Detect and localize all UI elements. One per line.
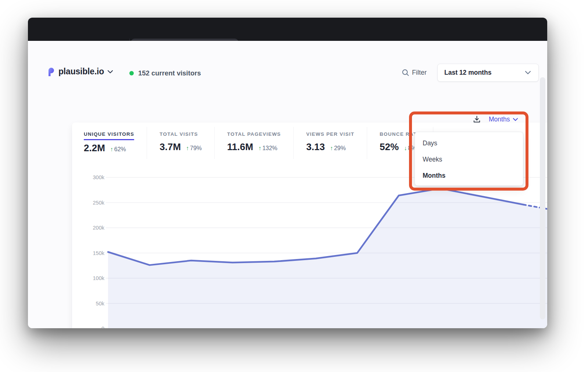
stat-value: 11.6M bbox=[227, 141, 253, 153]
trend-up-icon bbox=[110, 146, 113, 152]
stat-label: VIEWS PER VISIT bbox=[306, 131, 354, 139]
site-picker[interactable]: plausible.io bbox=[47, 67, 113, 77]
stat-value: 3.7M bbox=[159, 141, 181, 153]
svg-text:0: 0 bbox=[101, 326, 104, 328]
live-visitors[interactable]: 152 current visitors bbox=[129, 69, 201, 77]
live-dot-icon bbox=[129, 71, 134, 75]
search-icon bbox=[402, 69, 409, 77]
stat-change: 29% bbox=[330, 145, 346, 152]
date-range-select[interactable]: Last 12 months bbox=[437, 64, 539, 82]
site-name: plausible.io bbox=[58, 67, 104, 77]
svg-text:50k: 50k bbox=[96, 301, 105, 307]
trend-up-icon bbox=[330, 145, 333, 151]
interval-dropdown-menu: Days Weeks Months bbox=[415, 132, 523, 186]
stat-change: 132% bbox=[258, 145, 277, 152]
stat-views-per-visit[interactable]: VIEWS PER VISIT 3.13 29% bbox=[306, 127, 367, 159]
plausible-logo-icon bbox=[47, 67, 55, 77]
chevron-down-icon bbox=[513, 118, 518, 121]
stat-label: TOTAL PAGEVIEWS bbox=[227, 131, 281, 139]
stat-change: 62% bbox=[110, 146, 126, 153]
filter-button[interactable]: Filter bbox=[402, 69, 427, 77]
menu-item-months[interactable]: Months bbox=[415, 167, 523, 184]
filter-label: Filter bbox=[412, 69, 427, 77]
chevron-down-icon bbox=[107, 70, 113, 74]
menu-item-weeks[interactable]: Weeks bbox=[415, 151, 523, 167]
stat-unique-visitors[interactable]: UNIQUE VISITORS 2.2M 62% bbox=[84, 127, 147, 159]
live-visitors-count: 152 current visitors bbox=[138, 69, 201, 77]
stat-label: UNIQUE VISITORS bbox=[84, 131, 134, 140]
interval-selected: Months bbox=[489, 116, 510, 123]
stat-total-visits[interactable]: TOTAL VISITS 3.7M 79% bbox=[159, 127, 215, 159]
scrollbar-thumb[interactable] bbox=[540, 77, 545, 319]
stat-value: 2.2M bbox=[84, 142, 105, 154]
stat-total-pageviews[interactable]: TOTAL PAGEVIEWS 11.6M 132% bbox=[227, 127, 294, 159]
trend-up-icon bbox=[186, 145, 189, 151]
svg-text:300k: 300k bbox=[93, 174, 105, 180]
svg-text:200k: 200k bbox=[93, 225, 105, 231]
trend-up-icon bbox=[258, 145, 261, 151]
menu-item-days[interactable]: Days bbox=[415, 135, 523, 151]
stat-value: 52% bbox=[380, 141, 399, 153]
browser-titlebar: Plausible Analytics: Live Demo bbox=[28, 18, 547, 41]
svg-text:150k: 150k bbox=[93, 250, 105, 256]
stat-change: 79% bbox=[186, 145, 202, 152]
chevron-down-icon bbox=[525, 71, 531, 75]
interval-dropdown-trigger[interactable]: Months bbox=[489, 116, 518, 123]
stat-value: 3.13 bbox=[306, 141, 325, 153]
stat-label: TOTAL VISITS bbox=[159, 131, 198, 139]
trend-down-icon bbox=[404, 145, 407, 151]
chart-interval-controls: Months bbox=[473, 115, 518, 124]
svg-text:250k: 250k bbox=[93, 200, 105, 206]
download-icon[interactable] bbox=[473, 115, 481, 124]
dashboard-topbar: plausible.io 152 current visitors Filter bbox=[47, 65, 539, 84]
svg-text:100k: 100k bbox=[93, 275, 105, 281]
screenshot-stage: Plausible Analytics: Live Demo plausible… bbox=[0, 0, 588, 372]
date-range-value: Last 12 months bbox=[444, 69, 491, 77]
